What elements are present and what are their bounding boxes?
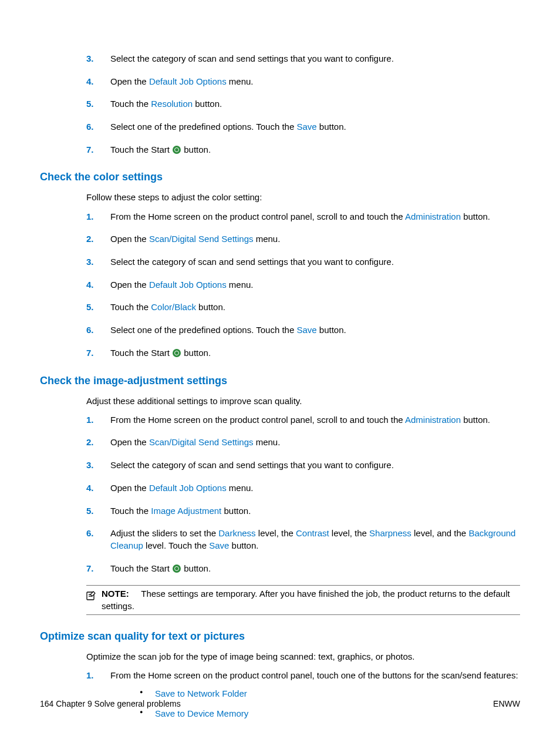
keyword: Default Job Options [149,76,227,86]
step-text: From the Home screen on the product cont… [110,670,518,680]
step-number: 1. [86,670,94,682]
step-text: Open the Default Job Options menu. [110,483,254,493]
bullet-item: Save to Network Folder [134,688,520,700]
step-text: Adjust the sliders to set the Darkness l… [110,528,515,550]
intro-optimize-quality: Optimize the scan job for the type of im… [86,651,520,663]
step-number: 5. [86,505,94,518]
step-item: 6.Select one of the predefined options. … [86,121,520,133]
step-number: 5. [86,98,94,110]
step-number: 4. [86,482,94,495]
step-item: 4.Open the Default Job Options menu. [86,482,520,495]
step-text: Open the Scan/Digital Send Settings menu… [110,234,280,244]
heading-color-settings: Check the color settings [40,171,520,183]
keyword: Save [296,325,316,335]
keyword: Image Adjustment [151,506,221,516]
step-item: 1.From the Home screen on the product co… [86,211,520,223]
step-text: Open the Scan/Digital Send Settings menu… [110,437,280,447]
keyword: Save to Device Memory [155,708,248,718]
step-item: 5.Touch the Image Adjustment button. [86,505,520,518]
step-item: 7.Touch the Start button. [86,144,520,156]
image-adjustment-steps: 1.From the Home screen on the product co… [40,414,520,575]
step-text: Select one of the predefined options. To… [110,122,346,132]
footer-left: 164 Chapter 9 Solve general problems [40,699,181,708]
step-number: 1. [86,414,94,426]
note-label: NOTE: [102,589,129,599]
step-text: Open the Default Job Options menu. [110,76,254,86]
footer-right: ENWW [493,699,520,708]
note-icon [85,590,97,604]
step-item: 1.From the Home screen on the product co… [86,414,520,426]
step-item: 6.Select one of the predefined options. … [86,324,520,337]
step-item: 5.Touch the Color/Black button. [86,301,520,314]
start-icon [173,146,181,154]
start-icon [173,564,181,573]
step-text: From the Home screen on the product cont… [110,415,490,425]
step-item: 2.Open the Scan/Digital Send Settings me… [86,436,520,449]
step-text: Touch the Start button. [110,563,211,573]
heading-optimize-quality: Optimize scan quality for text or pictur… [40,630,520,643]
keyword: Contrast [296,528,329,538]
step-number: 4. [86,279,94,291]
keyword: Darkness [218,528,255,538]
keyword: Color/Black [151,302,196,312]
keyword: Administration [405,415,461,425]
step-text: Open the Default Job Options menu. [110,280,254,290]
step-item: 4.Open the Default Job Options menu. [86,279,520,291]
intro-color-settings: Follow these steps to adjust the color s… [86,191,520,203]
step-number: 3. [86,459,94,472]
step-number: 2. [86,436,94,449]
step-item: 3.Select the category of scan and send s… [86,459,520,472]
note-block: NOTE: These settings are temporary. Afte… [86,585,520,615]
keyword: Scan/Digital Send Settings [149,234,254,244]
bullet-item: Save to Device Memory [134,708,520,720]
step-item: 7.Touch the Start button. [86,347,520,359]
keyword: Save [296,122,316,132]
step-text: Select the category of scan and send set… [110,460,394,470]
step-text: Touch the Image Adjustment button. [110,506,251,516]
step-text: Touch the Start button. [110,348,211,358]
intro-image-adjustment: Adjust these additional settings to impr… [86,395,520,407]
page-footer: 164 Chapter 9 Solve general problems ENW… [40,699,520,708]
color-settings-steps: 1.From the Home screen on the product co… [40,211,520,359]
step-item: 6.Adjust the sliders to set the Darkness… [86,527,520,552]
step-text: Select one of the predefined options. To… [110,325,346,335]
step-text: Select the category of scan and send set… [110,53,394,63]
note-body: These settings are temporary. After you … [102,589,510,610]
step-item: 4.Open the Default Job Options menu. [86,76,520,88]
step-number: 5. [86,301,94,314]
keyword: Sharpness [369,528,411,538]
step-number: 3. [86,256,94,268]
keyword: Resolution [151,99,193,109]
step-item: 3.Select the category of scan and send s… [86,53,520,65]
step-number: 3. [86,53,94,65]
continued-steps-list: 3.Select the category of scan and send s… [40,53,520,156]
step-text: Touch the Color/Black button. [110,302,225,312]
step-number: 6. [86,324,94,337]
step-number: 7. [86,347,94,359]
step-number: 4. [86,76,94,88]
step-text: Touch the Start button. [110,145,211,154]
keyword: Default Job Options [149,483,227,493]
step-text: Touch the Resolution button. [110,99,222,109]
keyword: Default Job Options [149,280,227,290]
document-page: 3.Select the category of scan and send s… [0,0,560,746]
heading-image-adjustment: Check the image-adjustment settings [40,375,520,387]
step-number: 7. [86,144,94,156]
step-text: From the Home screen on the product cont… [110,211,490,221]
step-item: 7.Touch the Start button. [86,563,520,575]
step-item: 1.From the Home screen on the product co… [86,670,520,720]
start-icon [173,349,181,357]
step-item: 3.Select the category of scan and send s… [86,256,520,268]
keyword: Administration [405,211,461,221]
step-number: 2. [86,233,94,246]
step-item: 2.Open the Scan/Digital Send Settings me… [86,233,520,246]
step-number: 7. [86,563,94,575]
keyword: Scan/Digital Send Settings [149,437,254,447]
optimize-quality-steps: 1.From the Home screen on the product co… [40,670,520,720]
step-text: Select the category of scan and send set… [110,257,394,267]
keyword: Save [209,540,229,550]
step-item: 5.Touch the Resolution button. [86,98,520,110]
keyword: Save to Network Folder [155,688,247,698]
step-number: 1. [86,211,94,223]
step-number: 6. [86,121,94,133]
